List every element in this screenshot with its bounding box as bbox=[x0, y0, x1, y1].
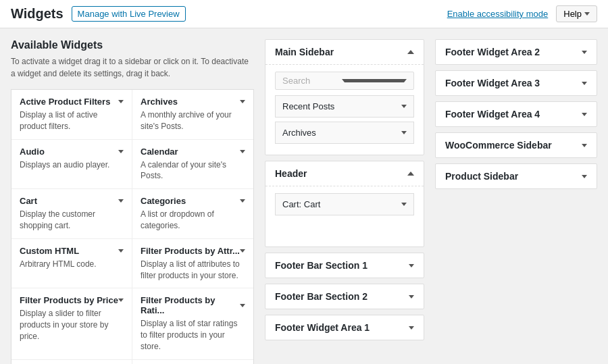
widget-item-desc: Arbitrary HTML code. bbox=[20, 259, 124, 270]
right-sidebar-header[interactable]: Footer Widget Area 3 bbox=[436, 71, 597, 95]
search-chevron-icon bbox=[342, 79, 407, 82]
footer-bar-section-2-title: Footer Bar Section 2 bbox=[275, 291, 368, 302]
widget-item[interactable]: Gallery Displays an image gallery. bbox=[11, 360, 132, 364]
recent-posts-widget[interactable]: Recent Posts bbox=[275, 95, 414, 118]
main-sidebar-title: Main Sidebar bbox=[275, 47, 334, 57]
chevron-down-icon bbox=[240, 150, 245, 153]
widget-item-header: Active Product Filters bbox=[20, 97, 124, 107]
archives-widget[interactable]: Archives bbox=[275, 122, 414, 144]
chevron-down-icon bbox=[401, 105, 407, 108]
right-sidebar-header[interactable]: Footer Widget Area 2 bbox=[436, 40, 597, 64]
right-sidebar-title: Product Sidebar bbox=[445, 171, 518, 182]
header-sidebar-body: Cart: Cart bbox=[265, 186, 424, 246]
chevron-up-icon bbox=[407, 172, 414, 176]
right-sidebar-box: Footer Widget Area 3 bbox=[435, 70, 597, 96]
chevron-down-icon bbox=[240, 249, 245, 253]
chevron-down-icon bbox=[582, 82, 587, 85]
search-placeholder: Search bbox=[282, 76, 342, 86]
chevron-down-icon bbox=[401, 131, 407, 134]
page-title: Widgets bbox=[11, 6, 64, 22]
chevron-down-icon bbox=[118, 249, 124, 253]
chevron-down-icon bbox=[240, 199, 245, 203]
main-sidebar-header[interactable]: Main Sidebar bbox=[265, 40, 424, 65]
widget-item-header: Cart bbox=[20, 196, 124, 206]
widget-item[interactable]: Filter Products by Rati... Display a lis… bbox=[132, 288, 253, 359]
chevron-down-icon bbox=[582, 175, 587, 178]
chevron-down-icon bbox=[409, 264, 414, 267]
widget-item-desc: Display a list of active product filters… bbox=[20, 109, 124, 132]
widget-item-header: Audio bbox=[20, 147, 124, 157]
widget-item-header: Calendar bbox=[141, 147, 245, 157]
chevron-down-icon bbox=[582, 113, 587, 116]
widget-item-header: Custom HTML bbox=[20, 246, 124, 256]
widget-item-desc: A calendar of your site's Posts. bbox=[141, 159, 245, 182]
chevron-down-icon bbox=[240, 100, 245, 103]
widget-item-header: Categories bbox=[141, 196, 245, 206]
widget-item[interactable]: Filter Products by Attr... Display a lis… bbox=[132, 239, 253, 289]
top-bar-left: Widgets Manage with Live Preview bbox=[11, 6, 186, 22]
right-sidebar-header[interactable]: WooCommerce Sidebar bbox=[436, 133, 597, 157]
widget-item-header: Filter Products by Attr... bbox=[141, 246, 245, 256]
widget-item[interactable]: Custom HTML Arbitrary HTML code. bbox=[11, 239, 132, 289]
chevron-up-icon bbox=[407, 50, 414, 54]
right-sidebar-title: Footer Widget Area 3 bbox=[445, 78, 540, 88]
right-sidebar-header[interactable]: Product Sidebar bbox=[436, 164, 597, 188]
widget-item[interactable]: Cart Display the customer shopping cart. bbox=[11, 189, 132, 239]
footer-bar-section-2-box: Footer Bar Section 2 bbox=[265, 284, 424, 309]
chevron-down-icon bbox=[118, 100, 124, 103]
widget-item[interactable]: Calendar A calendar of your site's Posts… bbox=[132, 140, 253, 190]
footer-widget-area-1-header[interactable]: Footer Widget Area 1 bbox=[265, 315, 424, 340]
search-widget[interactable]: Search bbox=[275, 72, 414, 90]
widget-item[interactable]: Image Displays an image. bbox=[132, 360, 253, 364]
main-sidebar-body: Search Recent Posts Archives bbox=[265, 65, 424, 155]
footer-widget-area-1-box: Footer Widget Area 1 bbox=[265, 315, 424, 340]
right-sidebar-title: Footer Widget Area 2 bbox=[445, 47, 540, 57]
right-sidebar-box: Product Sidebar bbox=[435, 163, 597, 189]
widget-item-desc: A list or dropdown of categories. bbox=[141, 209, 245, 232]
chevron-down-icon bbox=[409, 295, 414, 298]
available-widgets-panel: Available Widgets To activate a widget d… bbox=[11, 39, 254, 364]
widget-item[interactable]: Filter Products by Price Display a slide… bbox=[11, 288, 132, 359]
chevron-down-icon bbox=[401, 203, 407, 206]
widget-item-header: Archives bbox=[141, 97, 245, 107]
chevron-down-icon bbox=[240, 304, 245, 307]
chevron-down-icon bbox=[584, 12, 590, 16]
footer-bar-section-1-header[interactable]: Footer Bar Section 1 bbox=[265, 253, 424, 278]
chevron-down-icon bbox=[582, 51, 587, 54]
header-sidebar-header[interactable]: Header bbox=[265, 161, 424, 186]
chevron-down-icon bbox=[118, 199, 124, 203]
help-button[interactable]: Help bbox=[556, 5, 597, 22]
widget-item[interactable]: Categories A list or dropdown of categor… bbox=[132, 189, 253, 239]
accessibility-mode-link[interactable]: Enable accessibility mode bbox=[447, 9, 549, 19]
widget-item-desc: Display a list of star ratings to filter… bbox=[141, 318, 245, 352]
right-sidebar-box: Footer Widget Area 4 bbox=[435, 101, 597, 127]
widgets-grid: Active Product Filters Display a list of… bbox=[11, 89, 254, 364]
widget-item-desc: Displays an audio player. bbox=[20, 159, 124, 171]
top-bar: Widgets Manage with Live Preview Enable … bbox=[0, 0, 608, 28]
right-column: Footer Widget Area 2 Footer Widget Area … bbox=[435, 39, 597, 364]
widget-item[interactable]: Archives A monthly archive of your site'… bbox=[132, 90, 253, 140]
widget-item[interactable]: Active Product Filters Display a list of… bbox=[11, 90, 132, 140]
chevron-down-icon bbox=[118, 298, 124, 302]
main-content: Available Widgets To activate a widget d… bbox=[0, 28, 608, 364]
header-sidebar-box: Header Cart: Cart bbox=[265, 161, 424, 247]
manage-live-preview-link[interactable]: Manage with Live Preview bbox=[72, 6, 186, 22]
right-sidebar-header[interactable]: Footer Widget Area 4 bbox=[436, 102, 597, 126]
cart-widget[interactable]: Cart: Cart bbox=[275, 193, 414, 215]
widget-item-header: Filter Products by Rati... bbox=[141, 295, 245, 315]
header-sidebar-title: Header bbox=[275, 168, 307, 179]
widget-item-desc: Display a list of attributes to filter p… bbox=[141, 259, 245, 282]
widget-item[interactable]: Audio Displays an audio player. bbox=[11, 140, 132, 190]
right-sidebar-box: Footer Widget Area 2 bbox=[435, 39, 597, 65]
footer-widget-area-1-title: Footer Widget Area 1 bbox=[275, 322, 370, 333]
available-widgets-description: To activate a widget drag it to a sideba… bbox=[11, 55, 254, 80]
widget-item-desc: Display the customer shopping cart. bbox=[20, 209, 124, 232]
footer-bar-section-2-header[interactable]: Footer Bar Section 2 bbox=[265, 284, 424, 309]
widget-item-header: Filter Products by Price bbox=[20, 295, 124, 305]
footer-bar-section-1-box: Footer Bar Section 1 bbox=[265, 253, 424, 278]
footer-bar-section-1-title: Footer Bar Section 1 bbox=[275, 260, 368, 271]
chevron-down-icon bbox=[409, 326, 414, 330]
sidebars-column: Main Sidebar Search Recent Posts Archive… bbox=[254, 39, 435, 364]
right-sidebar-box: WooCommerce Sidebar bbox=[435, 132, 597, 158]
top-bar-right: Enable accessibility mode Help bbox=[447, 5, 597, 22]
